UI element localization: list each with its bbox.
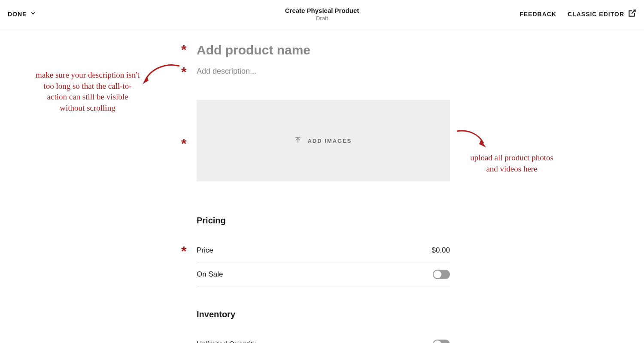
page-title: Create Physical Product bbox=[285, 7, 359, 14]
done-label: DONE bbox=[8, 11, 27, 18]
done-button[interactable]: DONE bbox=[8, 10, 36, 18]
name-row: * bbox=[197, 43, 450, 57]
arrow-icon bbox=[455, 129, 489, 150]
svg-marker-4 bbox=[479, 140, 486, 147]
price-value: $0.00 bbox=[431, 246, 450, 255]
unlimited-quantity-row: Unlimited Quantity bbox=[197, 332, 450, 343]
svg-marker-3 bbox=[143, 76, 149, 84]
header-title-block: Create Physical Product Draft bbox=[285, 7, 359, 21]
add-images-dropzone[interactable]: ADD IMAGES bbox=[197, 100, 450, 181]
pricing-section-title: Pricing bbox=[197, 216, 450, 226]
chevron-down-icon bbox=[30, 10, 36, 18]
feedback-label: FEEDBACK bbox=[519, 11, 556, 18]
toggle-knob bbox=[434, 340, 441, 343]
description-row: * bbox=[197, 67, 450, 76]
feedback-link[interactable]: FEEDBACK bbox=[519, 11, 556, 18]
on-sale-label: On Sale bbox=[197, 270, 223, 279]
external-link-icon bbox=[628, 9, 636, 19]
required-star-icon: * bbox=[181, 244, 186, 258]
header-bar: DONE Create Physical Product Draft FEEDB… bbox=[0, 0, 644, 28]
annotation-description-tip: make sure your description isn't too lon… bbox=[34, 69, 141, 114]
price-row[interactable]: * Price $0.00 bbox=[197, 238, 450, 262]
page-subtitle: Draft bbox=[285, 15, 359, 21]
required-star-icon: * bbox=[181, 137, 186, 150]
unlimited-quantity-toggle[interactable] bbox=[433, 340, 450, 343]
header-actions: FEEDBACK CLASSIC EDITOR bbox=[519, 9, 636, 19]
required-star-icon: * bbox=[181, 43, 186, 57]
svg-line-0 bbox=[632, 10, 635, 14]
classic-editor-link[interactable]: CLASSIC EDITOR bbox=[568, 9, 636, 19]
price-label: Price bbox=[197, 246, 213, 255]
toggle-knob bbox=[434, 271, 441, 278]
add-images-label: ADD IMAGES bbox=[307, 138, 352, 144]
on-sale-toggle[interactable] bbox=[433, 270, 450, 279]
annotation-upload-tip: upload all product photos and videos her… bbox=[469, 152, 554, 174]
required-star-icon: * bbox=[181, 65, 186, 79]
arrow-icon bbox=[142, 63, 180, 86]
classic-editor-label: CLASSIC EDITOR bbox=[568, 11, 624, 18]
on-sale-row: On Sale bbox=[197, 262, 450, 286]
product-name-input[interactable] bbox=[197, 43, 450, 57]
images-row: * ADD IMAGES bbox=[197, 100, 450, 181]
product-description-input[interactable] bbox=[197, 67, 450, 76]
inventory-section-title: Inventory bbox=[197, 310, 450, 319]
product-form: * * * ADD IMAGES Pricing * Price $0.00 O… bbox=[197, 43, 450, 343]
upload-icon bbox=[295, 136, 301, 145]
unlimited-quantity-label: Unlimited Quantity bbox=[197, 340, 256, 343]
